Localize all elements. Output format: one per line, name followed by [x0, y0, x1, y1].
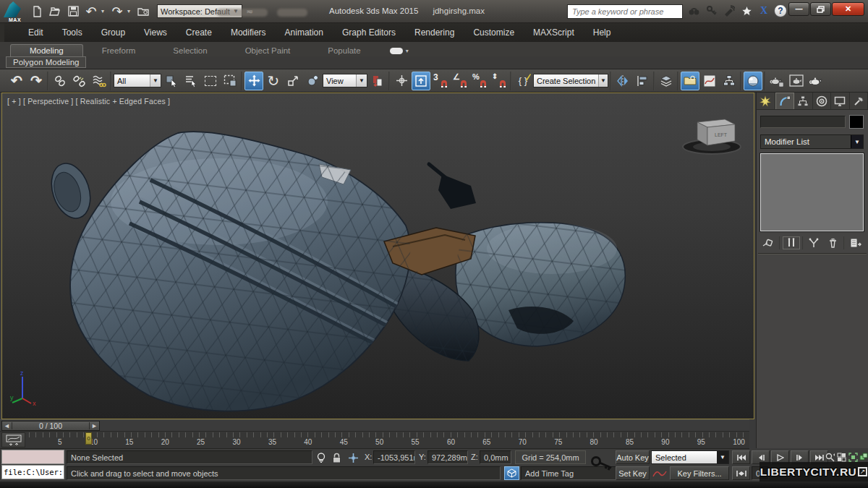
set-key-button[interactable]: Set Key: [616, 466, 650, 480]
next-frame-arrow[interactable]: ►: [89, 422, 99, 429]
exchange-apps-icon[interactable]: X: [757, 4, 771, 18]
modifier-list-dropdown[interactable]: Modifier List ▼: [760, 134, 864, 149]
render-production-icon[interactable]: [807, 72, 825, 90]
coord-y-field[interactable]: 972,289mm: [427, 450, 468, 464]
favorites-star-icon[interactable]: [739, 4, 754, 18]
tab-motion-icon[interactable]: [813, 93, 832, 109]
new-file-button[interactable]: [29, 4, 45, 20]
search-icon[interactable]: [687, 4, 702, 18]
selection-lock-icon[interactable]: [331, 452, 342, 464]
undo-icon[interactable]: ↶: [7, 72, 26, 90]
select-and-manipulate-icon[interactable]: [303, 72, 322, 90]
perspective-viewport[interactable]: [ + ] [ Perspective ] [ Realistic + Edge…: [1, 93, 754, 419]
menu-item[interactable]: Views: [135, 23, 176, 42]
pin-stack-icon[interactable]: [760, 236, 777, 249]
key-mode-toggle-button[interactable]: [732, 466, 750, 480]
maxscript-mini-listener-macro[interactable]: [1, 450, 64, 464]
named-selection-set-dropdown[interactable]: Create Selection Se▼: [533, 74, 608, 87]
time-tag-icon[interactable]: [504, 466, 519, 480]
coord-z-field[interactable]: 0,0mm: [480, 450, 511, 464]
modifier-stack-list[interactable]: [760, 153, 864, 231]
tab-hierarchy-icon[interactable]: [794, 93, 813, 109]
unlink-selection-icon[interactable]: [70, 72, 89, 90]
close-button[interactable]: ✕: [832, 2, 864, 16]
window-crossing-icon[interactable]: [221, 72, 239, 90]
select-by-name-icon[interactable]: [182, 72, 200, 90]
bind-to-space-warp-icon[interactable]: [90, 72, 109, 90]
set-project-folder-button[interactable]: [135, 4, 151, 20]
auto-key-button[interactable]: Auto Key: [616, 450, 650, 464]
viewcube[interactable]: LEFT: [678, 115, 745, 155]
previous-frame-arrow[interactable]: ◄: [2, 422, 12, 429]
menu-item[interactable]: Graph Editors: [333, 23, 405, 42]
restore-button[interactable]: [810, 2, 831, 16]
schematic-view-icon[interactable]: [720, 72, 739, 90]
object-name-field[interactable]: [760, 116, 846, 128]
menu-item[interactable]: Create: [176, 23, 221, 42]
track-bar[interactable]: 5101520253035404550556065707580859095100…: [0, 432, 749, 449]
open-file-button[interactable]: [47, 4, 63, 20]
edit-named-selection-sets-icon[interactable]: { }: [514, 72, 532, 90]
save-file-button[interactable]: [65, 4, 81, 20]
tab-populate[interactable]: Populate: [309, 45, 379, 56]
current-frame-marker[interactable]: 0: [85, 432, 92, 445]
selection-filter-dropdown[interactable]: All▼: [114, 74, 161, 87]
rendered-frame-window-icon[interactable]: [787, 72, 806, 90]
select-object-icon[interactable]: [162, 72, 181, 90]
tab-object-paint[interactable]: Object Paint: [226, 45, 310, 56]
select-and-rotate-icon[interactable]: ↻: [264, 72, 283, 90]
tab-create-icon[interactable]: [757, 93, 775, 109]
redo-dropdown-caret[interactable]: ▾: [127, 8, 133, 14]
tab-utilities-icon[interactable]: [850, 93, 868, 109]
set-keys-key-icon[interactable]: [590, 453, 613, 475]
align-icon[interactable]: [633, 72, 652, 90]
undo-button[interactable]: ↶: [83, 4, 99, 20]
menu-item[interactable]: Edit: [19, 23, 53, 42]
rectangular-selection-region-icon[interactable]: [201, 72, 220, 90]
keyboard-shortcut-override-icon[interactable]: [412, 72, 430, 90]
percent-snap-icon[interactable]: %: [470, 72, 489, 90]
curve-editor-icon[interactable]: [700, 72, 719, 90]
tab-modeling[interactable]: Modeling: [10, 44, 83, 56]
undo-dropdown-caret[interactable]: ▾: [101, 8, 107, 14]
spinner-snap-icon[interactable]: ⇕: [490, 72, 509, 90]
reference-coordinate-dropdown[interactable]: View▼: [323, 74, 367, 87]
remove-modifier-icon[interactable]: [824, 236, 841, 249]
menu-item[interactable]: MAXScript: [524, 23, 584, 42]
minimize-button[interactable]: —: [788, 2, 809, 16]
angle-snap-icon[interactable]: ∠: [451, 72, 469, 90]
select-and-link-icon[interactable]: [51, 72, 69, 90]
menu-item[interactable]: Rendering: [405, 23, 464, 42]
polygon-modeling-panel-tab[interactable]: Polygon Modeling: [6, 56, 86, 68]
ribbon-display-toggle[interactable]: ▾: [390, 48, 409, 56]
app-logo-button[interactable]: MAX: [1, 1, 25, 22]
go-to-start-button[interactable]: [732, 450, 750, 464]
scene-explorer-icon[interactable]: [681, 72, 699, 90]
subscription-key-icon[interactable]: [705, 4, 719, 18]
select-and-move-icon[interactable]: [244, 72, 263, 90]
redo-icon[interactable]: ↷: [27, 72, 46, 90]
make-unique-icon[interactable]: [806, 236, 823, 249]
render-setup-icon[interactable]: [767, 72, 786, 90]
use-pivot-point-icon[interactable]: [368, 72, 387, 90]
default-in-out-tangent-icon[interactable]: [652, 467, 668, 479]
key-filters-button[interactable]: Key Filters...: [670, 466, 729, 480]
help-icon[interactable]: ?: [774, 4, 787, 17]
object-color-swatch[interactable]: [849, 115, 864, 129]
menu-item[interactable]: Help: [584, 23, 621, 42]
tab-display-icon[interactable]: [831, 93, 850, 109]
tab-freeform[interactable]: Freeform: [83, 45, 155, 56]
tab-selection[interactable]: Selection: [154, 45, 226, 56]
show-end-result-icon[interactable]: [783, 236, 800, 249]
menu-item[interactable]: Customize: [464, 23, 524, 42]
communication-center-icon[interactable]: [722, 4, 736, 18]
layer-manager-icon[interactable]: [657, 72, 676, 90]
menu-item[interactable]: Tools: [53, 23, 92, 42]
search-input[interactable]: [568, 5, 682, 18]
configure-modifier-sets-icon[interactable]: [847, 236, 864, 249]
time-slider-track[interactable]: ◄ 0 / 100 ►: [0, 419, 749, 432]
redo-button[interactable]: ↷: [109, 4, 125, 20]
maxscript-mini-listener-line[interactable]: file:C:\User:: [1, 465, 64, 479]
coord-x-field[interactable]: -1053,951m: [373, 450, 415, 464]
isolate-selection-lightbulb-icon[interactable]: [315, 452, 326, 464]
